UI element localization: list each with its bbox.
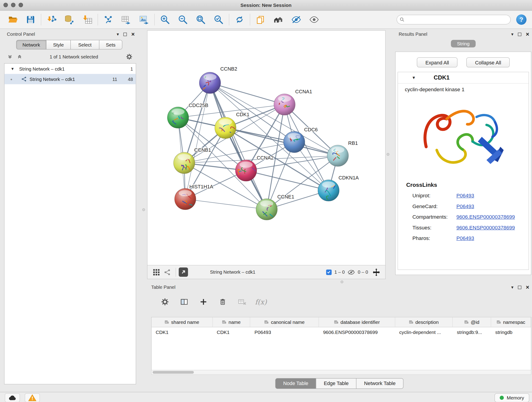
splitter-handle[interactable]	[387, 153, 389, 156]
show-all-button[interactable]	[307, 12, 322, 27]
hide-selected-button[interactable]	[289, 12, 304, 27]
column-header-canonical-name[interactable]: canonical name	[250, 317, 319, 327]
collapse-all-button[interactable]: Collapse All	[467, 57, 510, 68]
new-network-from-selection-button[interactable]	[101, 12, 115, 27]
network-edge[interactable]	[246, 171, 329, 191]
network-node-ccnb2[interactable]	[199, 72, 221, 94]
network-node-ccne1[interactable]	[256, 199, 278, 220]
network-edge[interactable]	[185, 199, 267, 210]
scrollbar-thumb[interactable]	[152, 371, 194, 374]
column-header--id[interactable]: @id	[453, 317, 491, 327]
network-edge[interactable]	[210, 83, 267, 210]
memory-button[interactable]: Memory	[495, 393, 529, 402]
network-node-cdkn1a[interactable]	[318, 180, 339, 201]
column-header-database-identifier[interactable]: database identifier	[319, 317, 395, 327]
network-edge[interactable]	[185, 83, 210, 199]
expand-all-button[interactable]: Expand All	[417, 57, 457, 68]
export-image-button[interactable]	[137, 12, 151, 27]
network-canvas[interactable]: CCNB2CCNA1CDC25BCDK1CDC6RB1CCNB1CCNA2CDK…	[147, 30, 386, 265]
zoom-out-button[interactable]	[176, 12, 190, 27]
crosslink-value-link[interactable]: 9606.ENSP00000378699	[456, 225, 515, 230]
cloud-status-button[interactable]	[5, 393, 20, 402]
panel-close-icon[interactable]: ×	[131, 31, 135, 38]
function-builder-button[interactable]: f(x)	[255, 298, 267, 306]
network-node-ccnb1[interactable]	[174, 153, 195, 174]
tree-expand-icon[interactable]: ▼	[11, 67, 14, 71]
network-node-ccna1[interactable]	[274, 94, 295, 115]
panel-close-icon[interactable]: ×	[526, 284, 529, 291]
panel-menu-icon[interactable]: ▾	[511, 30, 513, 38]
table-cell[interactable]: stringdb:9...	[453, 327, 491, 337]
network-row-selected[interactable]: ● String Network – cdk1 11 48	[5, 74, 136, 84]
crosslink-value-link[interactable]: P06493	[456, 192, 474, 198]
network-node-cdc25b[interactable]	[167, 107, 189, 128]
tab-sets[interactable]: Sets	[99, 40, 122, 50]
column-header-namespac[interactable]: namespac	[491, 317, 531, 327]
search-field[interactable]	[397, 15, 511, 25]
delete-columns-button[interactable]	[216, 296, 229, 308]
search-input[interactable]	[397, 15, 511, 25]
network-node-hist1h1a[interactable]	[175, 188, 196, 210]
table-cell[interactable]: CDK1	[152, 327, 213, 337]
refresh-view-button[interactable]	[232, 12, 247, 27]
panel-float-icon[interactable]	[518, 286, 521, 289]
export-table-button[interactable]	[119, 12, 133, 27]
network-edge[interactable]	[225, 128, 338, 156]
home-layout-button[interactable]	[271, 12, 286, 27]
tab-style[interactable]: Style	[46, 40, 71, 50]
select-columns-button[interactable]	[178, 296, 190, 308]
panel-close-icon[interactable]: ×	[526, 31, 529, 38]
create-column-button[interactable]	[197, 296, 210, 308]
table-cell[interactable]: 9606.ENSP00000378699	[319, 327, 395, 337]
panel-float-icon[interactable]	[123, 33, 127, 36]
panel-menu-icon[interactable]: ▾	[117, 30, 119, 38]
network-node-rb1[interactable]	[327, 145, 348, 166]
column-header-name[interactable]: name	[213, 317, 250, 327]
collapse-all-icon[interactable]	[7, 54, 12, 59]
zoom-selected-button[interactable]	[211, 12, 226, 27]
tab-select[interactable]: Select	[70, 40, 99, 50]
selected-nodes-checkbox[interactable]	[326, 269, 331, 275]
table-cell[interactable]: P06493	[250, 327, 319, 337]
import-network-from-file-button[interactable]	[44, 12, 59, 27]
birds-eye-view-button[interactable]	[151, 267, 162, 278]
save-session-button[interactable]	[23, 12, 38, 27]
crosslink-value-link[interactable]: P06493	[456, 235, 474, 241]
table-row[interactable]: CDK1CDK1P064939606.ENSP00000378699cyclin…	[152, 327, 531, 337]
table-options-button[interactable]	[159, 296, 171, 308]
zoom-fit-button[interactable]	[194, 12, 208, 27]
panel-float-icon[interactable]	[518, 33, 521, 36]
network-node-cdc6[interactable]	[284, 131, 305, 153]
table-cell[interactable]: CDK1	[213, 327, 250, 337]
network-node-ccna2[interactable]	[235, 160, 257, 181]
tab-network[interactable]: Network	[16, 40, 46, 50]
column-header-description[interactable]: description	[395, 317, 453, 327]
pan-mode-button[interactable]	[371, 267, 382, 278]
network-options-gear-icon[interactable]	[126, 53, 133, 60]
warnings-button[interactable]	[25, 393, 40, 402]
tab-edge-table[interactable]: Edge Table	[316, 378, 356, 389]
table-horizontal-scrollbar[interactable]	[151, 370, 531, 375]
table-cell[interactable]: cyclin-dependent ...	[395, 327, 453, 337]
table-cell[interactable]: stringdb	[491, 327, 531, 337]
crosslink-value-link[interactable]: 9606.ENSP00000378699	[456, 214, 515, 220]
tab-network-table[interactable]: Network Table	[356, 378, 404, 389]
network-node-cdk1[interactable]	[215, 117, 236, 139]
delete-table-button[interactable]	[236, 296, 248, 308]
import-network-from-database-button[interactable]	[62, 12, 77, 27]
panel-menu-icon[interactable]: ▾	[511, 283, 513, 292]
copy-document-button[interactable]	[253, 12, 268, 27]
network-edge[interactable]	[210, 83, 285, 105]
tab-string[interactable]: String	[451, 40, 476, 47]
zoom-in-button[interactable]	[158, 12, 172, 27]
crosslink-value-link[interactable]: P06493	[456, 203, 474, 209]
help-button[interactable]: ?	[516, 14, 526, 25]
expand-all-icon[interactable]	[17, 54, 22, 59]
open-session-button[interactable]	[6, 12, 20, 27]
collapse-gene-icon[interactable]: ▼	[412, 75, 416, 80]
detach-view-button[interactable]	[179, 268, 188, 277]
column-header-shared-name[interactable]: shared name	[152, 317, 213, 327]
gene-panel-header[interactable]: ▼ CDK1	[398, 72, 529, 84]
splitter-handle[interactable]	[341, 281, 343, 283]
splitter-handle[interactable]	[142, 208, 145, 211]
